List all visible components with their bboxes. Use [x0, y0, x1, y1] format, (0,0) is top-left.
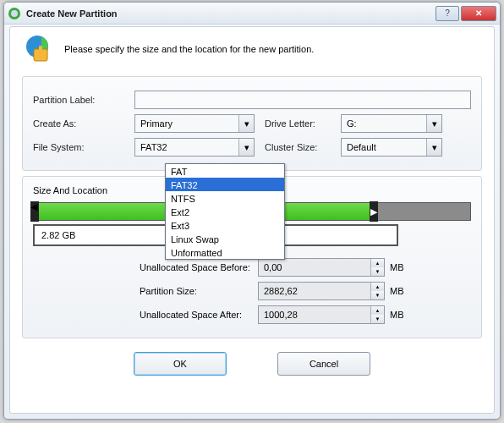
cancel-button[interactable]: Cancel	[277, 352, 370, 376]
space-after-value: 1000,28	[264, 310, 298, 320]
drive-letter-value: G:	[347, 118, 357, 129]
spinner-buttons[interactable]: ▲▼	[370, 306, 384, 323]
unit-mb: MB	[390, 286, 415, 296]
dialog-window: Create New Partition ? ✕ Please specify …	[3, 2, 501, 420]
create-as-combo[interactable]: Primary ▾	[134, 114, 255, 133]
file-system-label: File System:	[33, 142, 134, 152]
unallocated-region	[374, 203, 470, 220]
cluster-size-combo[interactable]: Default ▾	[341, 138, 442, 157]
file-system-value: FAT32	[140, 142, 167, 152]
cluster-size-value: Default	[347, 142, 376, 152]
create-as-value: Primary	[140, 118, 173, 129]
fs-option[interactable]: Ext2	[166, 205, 284, 218]
titlebar[interactable]: Create New Partition ? ✕	[4, 3, 500, 25]
app-icon	[8, 7, 21, 20]
intro-text: Please specify the size and the location…	[64, 44, 314, 54]
partition-size-label: Partition Size:	[89, 286, 258, 296]
right-handle[interactable]: ▶	[370, 201, 378, 222]
ok-button[interactable]: OK	[134, 352, 227, 376]
svg-point-1	[11, 10, 18, 17]
cluster-size-label: Cluster Size:	[265, 142, 341, 152]
size-rows: Unallocated Space Before: 0,00 ▲▼ MB Par…	[33, 258, 471, 324]
partition-size-value: 2882,62	[264, 286, 298, 296]
close-button[interactable]: ✕	[461, 6, 496, 21]
fs-option[interactable]: Ext3	[166, 218, 284, 232]
left-handle[interactable]: ◀	[30, 201, 39, 222]
create-as-label: Create As:	[33, 118, 134, 129]
file-system-dropdown[interactable]: FATFAT32NTFSExt2Ext3Linux SwapUnformatte…	[165, 163, 285, 260]
button-row: OK Cancel	[10, 352, 494, 376]
svg-rect-6	[36, 51, 46, 54]
spinner-buttons[interactable]: ▲▼	[370, 259, 384, 276]
space-after-label: Unallocated Space After:	[89, 310, 258, 320]
partition-size-input[interactable]: 2882,62 ▲▼	[258, 282, 385, 300]
drive-letter-combo[interactable]: G: ▾	[341, 114, 442, 133]
fs-option[interactable]: FAT	[166, 164, 284, 178]
space-before-value: 0,00	[264, 262, 282, 272]
fields-panel: Partition Label: Create As: Primary ▾ Dr…	[22, 76, 482, 171]
window-title: Create New Partition	[26, 8, 434, 19]
space-before-label: Unallocated Space Before:	[89, 262, 258, 272]
cancel-label: Cancel	[310, 359, 338, 369]
space-before-input[interactable]: 0,00 ▲▼	[258, 258, 385, 277]
space-after-input[interactable]: 1000,28 ▲▼	[258, 305, 385, 324]
fs-option[interactable]: NTFS	[166, 191, 284, 205]
file-system-combo[interactable]: FAT32 ▾	[134, 138, 255, 157]
partition-icon	[22, 34, 52, 64]
fs-option[interactable]: FAT32	[166, 178, 284, 191]
help-button[interactable]: ?	[436, 6, 459, 21]
chevron-down-icon: ▾	[238, 115, 254, 132]
chevron-down-icon: ▾	[426, 139, 441, 156]
chevron-down-icon: ▾	[238, 139, 254, 156]
unit-mb: MB	[390, 262, 415, 272]
partition-label-input[interactable]	[134, 91, 471, 109]
spinner-buttons[interactable]: ▲▼	[370, 283, 384, 299]
chevron-down-icon: ▾	[426, 115, 441, 132]
drive-letter-label: Drive Letter:	[265, 118, 341, 129]
unit-mb: MB	[390, 310, 415, 320]
ok-label: OK	[173, 359, 187, 369]
fs-option[interactable]: Unformatted	[166, 245, 284, 259]
disk-size-text: 2.82 GB	[41, 230, 75, 240]
partition-label-label: Partition Label:	[33, 95, 134, 105]
intro-row: Please specify the size and the location…	[10, 27, 494, 71]
fs-option[interactable]: Linux Swap	[166, 232, 284, 245]
